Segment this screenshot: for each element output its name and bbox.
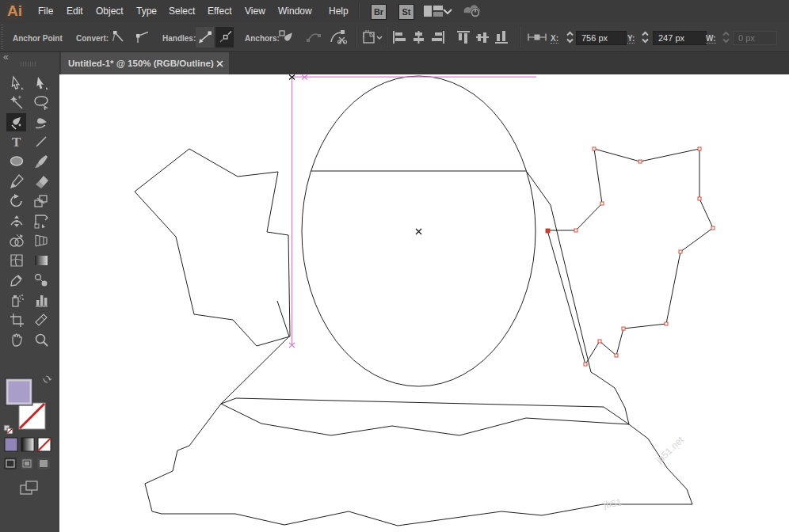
svg-text:jb51: jb51: [602, 496, 623, 511]
svg-text:T: T: [12, 135, 21, 150]
svg-text:jb51.net: jb51.net: [654, 434, 687, 466]
